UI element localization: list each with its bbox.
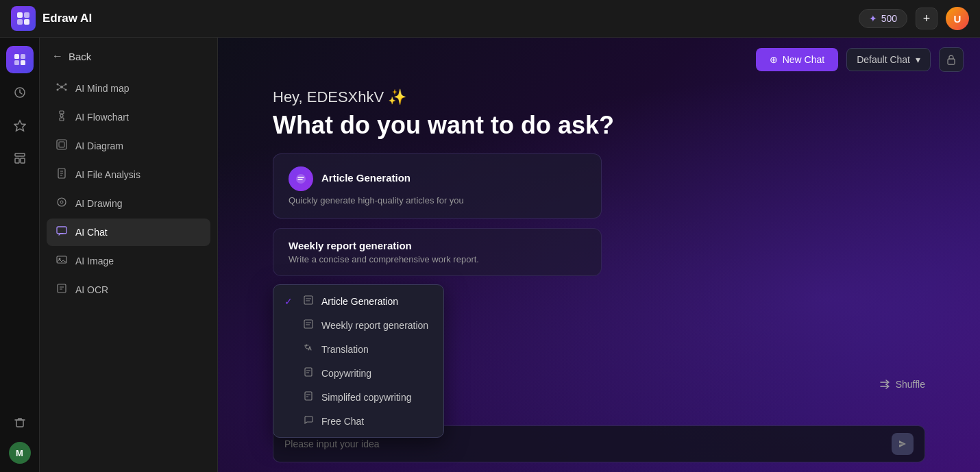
svg-rect-29	[59, 142, 64, 147]
dropdown-copywriting-icon	[302, 367, 315, 379]
dropdown-item-translation[interactable]: ✓ Translation	[273, 337, 443, 361]
chat-icon	[55, 225, 69, 239]
credits-badge[interactable]: ✦ 500	[859, 9, 907, 28]
dropdown-weekly-icon	[302, 319, 315, 331]
svg-line-19	[58, 84, 62, 87]
default-chat-dropdown[interactable]: Default Chat ▾	[846, 48, 931, 71]
diagram-icon	[55, 139, 69, 153]
svg-rect-39	[58, 284, 66, 293]
sidebar-item-drawing[interactable]: AI Drawing	[47, 190, 210, 217]
lock-button[interactable]	[939, 47, 964, 72]
svg-rect-3	[24, 19, 29, 25]
plus-button[interactable]: +	[916, 8, 938, 29]
svg-rect-28	[57, 140, 66, 149]
dropdown-translation-icon	[302, 343, 315, 355]
svg-rect-7	[21, 60, 25, 65]
svg-rect-1	[24, 12, 29, 18]
send-button[interactable]	[892, 433, 914, 455]
chevron-down-icon: ▾	[916, 54, 920, 65]
welcome-greeting: Hey, EDESXhkV ✨	[273, 88, 925, 106]
sidebar-item-ocr[interactable]: AI OCR	[47, 276, 210, 303]
dropdown-item-copywriting[interactable]: ✓ Copywriting	[273, 361, 443, 385]
dropdown-simplified-icon	[302, 391, 315, 403]
logo-area: Edraw AI	[11, 6, 92, 31]
credits-value: 500	[881, 13, 897, 24]
icon-bar: M	[0, 38, 40, 472]
welcome-section: Hey, EDESXhkV ✨ What do you want to do a…	[218, 82, 980, 153]
sidebar-item-ai-tools[interactable]	[6, 46, 34, 73]
svg-marker-9	[14, 121, 25, 131]
file-analysis-icon	[55, 168, 69, 182]
svg-rect-10	[15, 153, 25, 156]
svg-rect-0	[17, 12, 23, 18]
mind-map-icon	[55, 82, 69, 95]
svg-rect-13	[16, 420, 23, 427]
dropdown-item-weekly[interactable]: ✓ Weekly report generation	[273, 313, 443, 337]
sidebar-item-image[interactable]: AI Image	[47, 247, 210, 275]
svg-rect-5	[21, 54, 25, 59]
content-area: ⊕ New Chat Default Chat ▾ Hey, EDESXhkV …	[218, 38, 980, 472]
svg-rect-11	[15, 158, 19, 163]
user-avatar-small[interactable]: M	[9, 442, 31, 464]
svg-rect-53	[305, 368, 312, 376]
svg-rect-4	[14, 54, 19, 59]
article-card-icon	[289, 166, 313, 191]
ocr-icon	[55, 283, 69, 297]
dropdown-item-simplified[interactable]: ✓ Simplifed copywriting	[273, 385, 443, 409]
svg-rect-23	[60, 111, 64, 114]
svg-rect-24	[60, 118, 64, 121]
dropdown-item-free-chat[interactable]: ✓ Free Chat	[273, 409, 443, 433]
svg-rect-42	[948, 59, 955, 64]
sidebar-item-file-analysis[interactable]: AI File Analysis	[47, 161, 210, 188]
content-topbar: ⊕ New Chat Default Chat ▾	[218, 38, 980, 82]
drawing-icon	[55, 197, 69, 210]
back-button[interactable]: ← Back	[40, 38, 217, 72]
weekly-report-card[interactable]: Weekly report generation Write a concise…	[273, 228, 602, 276]
shuffle-label: Shuffle	[896, 379, 925, 390]
svg-point-34	[58, 198, 66, 206]
chat-input[interactable]	[284, 438, 892, 449]
check-icon: ✓	[284, 296, 295, 307]
avatar[interactable]: U	[946, 7, 969, 30]
dropdown-item-article[interactable]: ✓ Article Generation	[273, 289, 443, 313]
sidebar-item-history[interactable]	[6, 79, 34, 106]
svg-point-43	[296, 174, 306, 184]
svg-rect-56	[305, 392, 312, 400]
sidebar-item-templates[interactable]	[6, 145, 34, 172]
svg-line-20	[62, 84, 66, 87]
type-dropdown-menu: ✓ Article Generation ✓	[273, 284, 444, 438]
sidebar-item-favorites[interactable]	[6, 112, 34, 139]
svg-rect-6	[14, 60, 19, 65]
sidebar-item-flowchart[interactable]: AI Flowchart	[47, 103, 210, 131]
sidebar-item-mind-map[interactable]: AI Mind map	[47, 75, 210, 102]
sparkle-icon: ✦	[869, 13, 877, 24]
sidebar-item-trash[interactable]	[6, 409, 34, 436]
svg-rect-12	[21, 158, 25, 163]
logo-icon	[11, 6, 36, 31]
svg-rect-50	[304, 320, 313, 328]
topbar: Edraw AI ✦ 500 + U	[0, 0, 980, 38]
new-chat-plus-icon: ⊕	[770, 54, 778, 65]
sidebar-item-chat[interactable]: AI Chat	[47, 219, 210, 246]
svg-line-22	[62, 87, 66, 90]
svg-line-21	[58, 87, 62, 90]
dropdown-article-icon	[302, 295, 315, 307]
article-generation-card[interactable]: Article Generation Quickly generate high…	[273, 153, 602, 219]
dropdown-free-chat-icon	[302, 415, 315, 427]
svg-rect-36	[57, 227, 66, 234]
new-chat-button[interactable]: ⊕ New Chat	[756, 48, 838, 71]
svg-point-25	[60, 114, 63, 117]
shuffle-button[interactable]: Shuffle	[879, 378, 925, 390]
back-arrow-icon: ←	[52, 50, 63, 62]
svg-rect-2	[17, 19, 23, 25]
image-icon	[55, 254, 69, 268]
sidebar-menu: AI Mind map AI Flowchart	[40, 72, 217, 306]
svg-rect-47	[304, 296, 313, 304]
sidebar-item-diagram[interactable]: AI Diagram	[47, 132, 210, 160]
flowchart-icon	[55, 110, 69, 124]
topbar-right: ✦ 500 + U	[859, 7, 969, 30]
welcome-question: What do you want to do ask?	[273, 110, 925, 140]
svg-point-35	[60, 201, 63, 203]
app-title: Edraw AI	[42, 12, 92, 25]
sidebar: ← Back AI Mi	[40, 38, 218, 472]
